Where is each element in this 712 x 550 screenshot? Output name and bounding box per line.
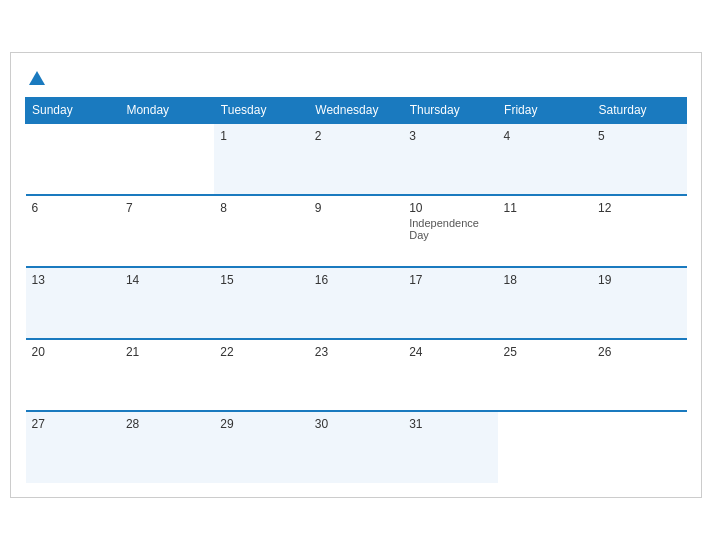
day-number: 31 [409, 417, 491, 431]
week-row-4: 20212223242526 [26, 339, 687, 411]
weekday-wednesday: Wednesday [309, 98, 403, 124]
day-number: 23 [315, 345, 397, 359]
calendar-cell: 25 [498, 339, 592, 411]
calendar-cell: 20 [26, 339, 120, 411]
day-number: 22 [220, 345, 302, 359]
day-number: 15 [220, 273, 302, 287]
logo [25, 69, 49, 87]
weekday-monday: Monday [120, 98, 214, 124]
day-number: 12 [598, 201, 680, 215]
day-number: 24 [409, 345, 491, 359]
calendar-grid: SundayMondayTuesdayWednesdayThursdayFrid… [25, 97, 687, 483]
calendar-cell: 8 [214, 195, 308, 267]
calendar-cell: 17 [403, 267, 497, 339]
day-number: 14 [126, 273, 208, 287]
calendar-cell: 2 [309, 123, 403, 195]
weekday-thursday: Thursday [403, 98, 497, 124]
calendar-cell: 21 [120, 339, 214, 411]
day-number: 13 [32, 273, 114, 287]
calendar-cell: 15 [214, 267, 308, 339]
day-number: 7 [126, 201, 208, 215]
day-number: 6 [32, 201, 114, 215]
calendar-cell: 30 [309, 411, 403, 483]
day-number: 10 [409, 201, 491, 215]
week-row-1: 12345 [26, 123, 687, 195]
calendar-cell: 18 [498, 267, 592, 339]
calendar-cell: 9 [309, 195, 403, 267]
week-row-5: 2728293031 [26, 411, 687, 483]
day-number: 8 [220, 201, 302, 215]
calendar-cell: 16 [309, 267, 403, 339]
calendar-cell: 3 [403, 123, 497, 195]
calendar-cell: 13 [26, 267, 120, 339]
day-number: 28 [126, 417, 208, 431]
calendar-header [25, 69, 687, 87]
calendar-cell: 28 [120, 411, 214, 483]
week-row-3: 13141516171819 [26, 267, 687, 339]
calendar-cell: 5 [592, 123, 686, 195]
day-number: 18 [504, 273, 586, 287]
day-number: 1 [220, 129, 302, 143]
day-number: 29 [220, 417, 302, 431]
calendar-cell: 10Independence Day [403, 195, 497, 267]
day-number: 30 [315, 417, 397, 431]
logo-triangle-icon [29, 71, 45, 85]
calendar: SundayMondayTuesdayWednesdayThursdayFrid… [10, 52, 702, 498]
calendar-cell: 11 [498, 195, 592, 267]
calendar-cell: 4 [498, 123, 592, 195]
calendar-cell: 22 [214, 339, 308, 411]
calendar-cell [120, 123, 214, 195]
calendar-cell: 27 [26, 411, 120, 483]
weekday-sunday: Sunday [26, 98, 120, 124]
day-number: 26 [598, 345, 680, 359]
calendar-cell [26, 123, 120, 195]
day-number: 19 [598, 273, 680, 287]
day-number: 11 [504, 201, 586, 215]
day-number: 16 [315, 273, 397, 287]
day-number: 9 [315, 201, 397, 215]
day-number: 5 [598, 129, 680, 143]
weekday-tuesday: Tuesday [214, 98, 308, 124]
calendar-cell: 1 [214, 123, 308, 195]
weekday-friday: Friday [498, 98, 592, 124]
weekday-saturday: Saturday [592, 98, 686, 124]
calendar-cell: 6 [26, 195, 120, 267]
calendar-cell: 12 [592, 195, 686, 267]
day-number: 4 [504, 129, 586, 143]
calendar-cell: 26 [592, 339, 686, 411]
calendar-cell: 31 [403, 411, 497, 483]
day-number: 3 [409, 129, 491, 143]
day-number: 20 [32, 345, 114, 359]
weekday-header-row: SundayMondayTuesdayWednesdayThursdayFrid… [26, 98, 687, 124]
day-number: 17 [409, 273, 491, 287]
calendar-cell: 24 [403, 339, 497, 411]
day-number: 2 [315, 129, 397, 143]
day-number: 27 [32, 417, 114, 431]
calendar-cell: 19 [592, 267, 686, 339]
calendar-cell: 7 [120, 195, 214, 267]
day-event: Independence Day [409, 217, 491, 241]
calendar-cell: 14 [120, 267, 214, 339]
calendar-cell: 23 [309, 339, 403, 411]
calendar-cell: 29 [214, 411, 308, 483]
day-number: 21 [126, 345, 208, 359]
calendar-cell [498, 411, 592, 483]
day-number: 25 [504, 345, 586, 359]
calendar-cell [592, 411, 686, 483]
week-row-2: 678910Independence Day1112 [26, 195, 687, 267]
